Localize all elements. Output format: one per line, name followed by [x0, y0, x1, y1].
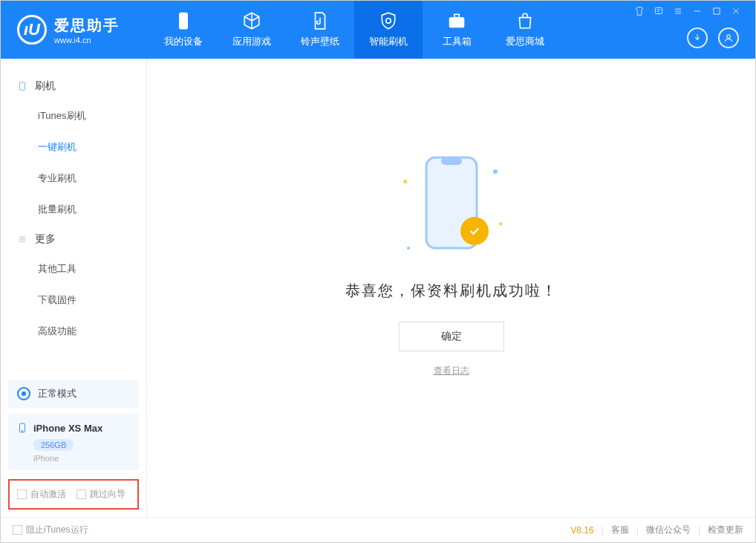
- feedback-icon[interactable]: [653, 5, 665, 17]
- svg-rect-10: [441, 157, 462, 165]
- svg-rect-3: [655, 7, 662, 13]
- download-button[interactable]: [687, 27, 708, 48]
- footer-link-support[interactable]: 客服: [611, 524, 629, 536]
- device-icon: [17, 81, 27, 91]
- maximize-icon[interactable]: [711, 5, 723, 17]
- window-controls: [633, 1, 748, 17]
- status-bar: 阻止iTunes运行 V8.16 | 客服 | 微信公众号 | 检查更新: [1, 517, 755, 542]
- checkbox-label: 自动激活: [30, 488, 66, 501]
- logo-icon: ıU: [17, 15, 47, 45]
- menu-lines-icon: [17, 234, 27, 244]
- sidebar-group-label: 刷机: [35, 79, 56, 93]
- phone-icon: [174, 11, 193, 30]
- app-logo: ıU 爱思助手 www.i4.cn: [1, 15, 149, 45]
- view-log-link[interactable]: 查看日志: [434, 365, 469, 377]
- tab-label: 智能刷机: [369, 35, 408, 48]
- tab-apps-games[interactable]: 应用游戏: [218, 1, 286, 59]
- phone-outline-icon: [17, 421, 27, 435]
- tab-label: 工具箱: [443, 35, 472, 48]
- checkbox-skip-guide[interactable]: 跳过向导: [76, 488, 126, 501]
- nav-tabs: 我的设备 应用游戏 铃声壁纸 智能刷机 工具箱 爱思商城: [149, 1, 559, 59]
- sidebar-item-pro-flash[interactable]: 专业刷机: [1, 163, 146, 194]
- tab-ringtone-wallpaper[interactable]: 铃声壁纸: [286, 1, 354, 59]
- music-file-icon: [310, 11, 330, 30]
- svg-rect-2: [454, 14, 460, 17]
- minimize-icon[interactable]: [691, 5, 703, 17]
- sidebar-group-flash: 刷机: [1, 72, 146, 100]
- user-button[interactable]: [718, 27, 739, 48]
- sidebar-item-oneclick-flash[interactable]: 一键刷机: [1, 131, 146, 163]
- tab-label: 应用游戏: [232, 35, 271, 48]
- sidebar-group-more: 更多: [1, 225, 146, 253]
- success-message: 恭喜您，保资料刷机成功啦！: [345, 281, 558, 301]
- svg-rect-0: [180, 13, 188, 29]
- device-info-box[interactable]: iPhone XS Max 256GB iPhone: [8, 414, 139, 470]
- svg-point-5: [727, 35, 731, 39]
- dot-icon: [407, 247, 410, 250]
- tab-store[interactable]: 爱思商城: [491, 1, 559, 59]
- sidebar-item-batch-flash[interactable]: 批量刷机: [1, 194, 146, 225]
- device-type: iPhone: [33, 454, 130, 463]
- tab-my-device[interactable]: 我的设备: [149, 1, 218, 59]
- device-storage-badge: 256GB: [33, 439, 74, 451]
- check-circle-icon: [460, 217, 489, 245]
- app-title: 爱思助手: [54, 16, 120, 36]
- tab-label: 我的设备: [164, 35, 203, 48]
- version-label: V8.16: [570, 525, 593, 536]
- sidebar-item-itunes-flash[interactable]: iTunes刷机: [1, 100, 146, 131]
- tab-label: 铃声壁纸: [301, 35, 339, 48]
- svg-rect-1: [449, 18, 464, 27]
- svg-rect-6: [20, 82, 25, 91]
- device-mode-box[interactable]: 正常模式: [8, 380, 139, 408]
- footer-link-wechat[interactable]: 微信公众号: [646, 524, 691, 536]
- close-icon[interactable]: [730, 5, 742, 17]
- tab-smart-flash[interactable]: 智能刷机: [354, 1, 423, 59]
- sidebar-item-download-firmware[interactable]: 下载固件: [1, 284, 146, 316]
- sidebar-item-advanced[interactable]: 高级功能: [1, 316, 146, 347]
- sparkle-icon: ✦: [398, 175, 411, 188]
- mode-indicator-icon: [17, 387, 30, 400]
- sparkle-icon: ✦: [498, 220, 504, 228]
- checkbox-label: 阻止iTunes运行: [26, 524, 88, 536]
- briefcase-icon: [447, 11, 466, 30]
- footer-link-update[interactable]: 检查更新: [708, 524, 743, 536]
- sidebar-group-label: 更多: [35, 233, 56, 246]
- main-content: ✦ ✦ 恭喜您，保资料刷机成功啦！ 确定 查看日志: [147, 59, 755, 517]
- checkbox-label: 跳过向导: [90, 488, 126, 501]
- bag-icon: [515, 11, 535, 30]
- shirt-icon[interactable]: [633, 5, 645, 17]
- checkbox-auto-activate[interactable]: 自动激活: [17, 488, 66, 501]
- tab-toolbox[interactable]: 工具箱: [423, 1, 491, 59]
- menu-icon[interactable]: [672, 5, 684, 17]
- device-name: iPhone XS Max: [33, 423, 102, 434]
- checkbox-block-itunes[interactable]: 阻止iTunes运行: [13, 524, 88, 536]
- success-illustration: ✦ ✦: [385, 155, 518, 266]
- device-mode-label: 正常模式: [38, 387, 76, 400]
- shield-refresh-icon: [379, 11, 398, 30]
- sidebar: 刷机 iTunes刷机 一键刷机 专业刷机 批量刷机 更多 其他工具 下载固件 …: [1, 59, 147, 517]
- dot-icon: [493, 169, 498, 174]
- flash-options-box: 自动激活 跳过向导: [8, 479, 139, 510]
- tab-label: 爱思商城: [506, 35, 544, 48]
- app-subtitle: www.i4.cn: [54, 36, 120, 45]
- sidebar-item-other-tools[interactable]: 其他工具: [1, 253, 146, 284]
- ok-button[interactable]: 确定: [399, 322, 504, 351]
- app-header: ıU 爱思助手 www.i4.cn 我的设备 应用游戏 铃声壁纸 智能刷机 工具…: [1, 1, 755, 59]
- svg-point-8: [22, 431, 22, 432]
- svg-rect-4: [714, 8, 720, 14]
- cube-icon: [242, 11, 261, 30]
